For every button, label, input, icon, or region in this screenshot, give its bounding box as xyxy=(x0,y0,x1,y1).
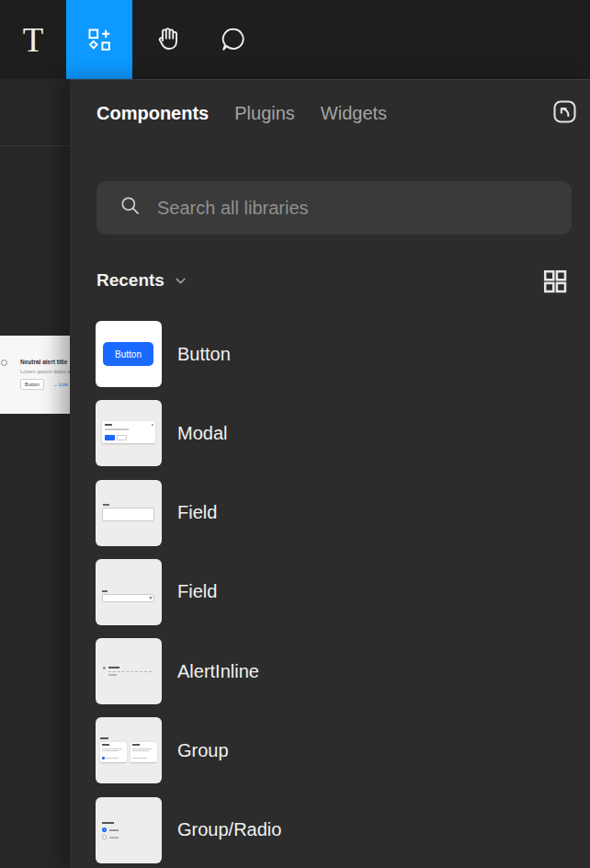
tab-widgets[interactable]: Widgets xyxy=(321,103,387,124)
item-label: Field xyxy=(177,502,217,523)
alert-button[interactable]: Button xyxy=(20,379,44,390)
list-item-alertinline[interactable]: AlertInline xyxy=(96,638,590,704)
text-tool-button[interactable]: T xyxy=(0,0,66,79)
modal-thumbnail xyxy=(96,400,162,466)
recents-title: Recents xyxy=(96,270,165,291)
components-icon xyxy=(86,27,112,52)
search-bar xyxy=(96,181,572,234)
search-input[interactable] xyxy=(157,198,561,219)
item-label: Group xyxy=(177,740,229,761)
toolbar: T xyxy=(0,0,590,79)
group-radio-thumbnail xyxy=(96,797,162,863)
text-tool-icon: T xyxy=(23,23,44,57)
mini-group-card xyxy=(100,742,127,762)
comment-icon xyxy=(220,26,247,53)
figma-window: T xyxy=(0,0,590,868)
mini-button-preview: Button xyxy=(103,342,153,366)
item-label: Modal xyxy=(177,423,227,444)
item-label: Button xyxy=(177,344,231,365)
popout-button[interactable] xyxy=(550,99,579,128)
group-thumbnail xyxy=(96,717,162,783)
field-thumbnail xyxy=(96,480,162,546)
comment-tool-button[interactable] xyxy=(200,0,267,79)
tab-plugins[interactable]: Plugins xyxy=(234,103,295,124)
item-label: Field xyxy=(177,581,217,602)
mini-group-card xyxy=(130,742,157,762)
alert-body: Lorem ipsum dolor amet conse xyxy=(20,369,70,374)
alert-link[interactable]: → Link text xyxy=(52,382,70,387)
list-item-field[interactable]: Field xyxy=(96,480,590,546)
tab-components[interactable]: Components xyxy=(96,103,209,124)
recents-list: Button Button Modal xyxy=(96,321,590,868)
info-icon xyxy=(1,360,7,366)
components-panel: Components Plugins Widgets Recents xyxy=(70,79,590,868)
chevron-down-icon[interactable] xyxy=(174,274,187,288)
hand-icon xyxy=(153,26,181,53)
list-item-field-select[interactable]: Field xyxy=(96,559,590,625)
mini-modal-preview xyxy=(102,421,155,443)
canvas-frame-edge xyxy=(0,145,70,146)
recents-header: Recents xyxy=(96,268,568,292)
list-item-button[interactable]: Button Button xyxy=(96,321,590,387)
list-item-modal[interactable]: Modal xyxy=(96,400,590,466)
item-label: AlertInline xyxy=(177,661,259,682)
canvas-area[interactable]: Neutral alert title Lorem ipsum dolor am… xyxy=(0,79,70,868)
grid-view-button[interactable] xyxy=(541,268,568,294)
search-icon xyxy=(96,194,142,222)
list-item-group[interactable]: Group xyxy=(96,717,590,783)
field-select-thumbnail xyxy=(96,559,162,625)
canvas-alert-component[interactable]: Neutral alert title Lorem ipsum dolor am… xyxy=(0,336,70,414)
button-thumbnail: Button xyxy=(96,321,162,387)
hand-tool-button[interactable] xyxy=(134,0,200,79)
alertinline-thumbnail xyxy=(96,638,162,704)
alert-title: Neutral alert title xyxy=(20,359,67,365)
components-tool-button[interactable] xyxy=(66,0,132,79)
list-item-group-radio[interactable]: Group/Radio xyxy=(96,797,590,863)
item-label: Group/Radio xyxy=(177,819,281,840)
panel-tabbar: Components Plugins Widgets xyxy=(96,93,579,133)
popout-arrow-icon xyxy=(550,97,579,130)
